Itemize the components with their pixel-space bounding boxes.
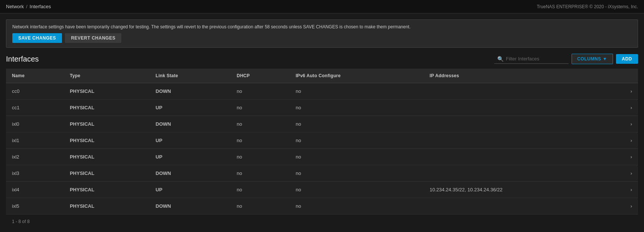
table-row: ixl3 PHYSICAL DOWN no no › [6, 165, 638, 182]
top-bar: Network / Interfaces TrueNAS ENTERPRISE®… [0, 0, 644, 13]
cell-dhcp: no [231, 116, 290, 132]
alert-banner: Network interface settings have been tem… [6, 19, 638, 48]
col-link-state: Link State [150, 69, 231, 83]
interfaces-table: Name Type Link State DHCP IPv6 Auto Conf… [6, 69, 638, 214]
cell-link-state: DOWN [150, 165, 231, 182]
cell-name: ixl2 [6, 149, 64, 165]
cell-ip-addresses [424, 83, 623, 100]
cell-name: ixl0 [6, 116, 64, 132]
table-row: cc1 PHYSICAL UP no no › [6, 100, 638, 116]
table-row: ixl5 PHYSICAL DOWN no no › [6, 198, 638, 214]
table-controls: 🔍 COLUMNS ▼ ADD [494, 54, 638, 64]
cell-dhcp: no [231, 198, 290, 214]
row-expand-button[interactable]: › [623, 83, 638, 100]
cell-link-state: UP [150, 149, 231, 165]
cell-ipv6-auto: no [290, 100, 424, 116]
chevron-right-icon: › [631, 88, 632, 94]
cell-link-state: UP [150, 100, 231, 116]
col-type: Type [64, 69, 150, 83]
col-ip-addresses: IP Addresses [424, 69, 623, 83]
cell-dhcp: no [231, 165, 290, 182]
search-icon: 🔍 [497, 56, 504, 62]
main-content: Interfaces 🔍 COLUMNS ▼ ADD Name Type Lin… [0, 48, 644, 232]
chevron-down-icon: ▼ [603, 56, 607, 62]
cell-type: PHYSICAL [64, 198, 150, 214]
cell-name: ixl5 [6, 198, 64, 214]
chevron-right-icon: › [631, 203, 632, 209]
col-name: Name [6, 69, 64, 83]
cell-dhcp: no [231, 83, 290, 100]
table-row: ixl2 PHYSICAL UP no no › [6, 149, 638, 165]
cell-ip-addresses: 10.234.24.35/22, 10.234.24.36/22 [424, 182, 623, 198]
table-header-row: Interfaces 🔍 COLUMNS ▼ ADD [6, 54, 638, 64]
row-expand-button[interactable]: › [623, 116, 638, 132]
row-expand-button[interactable]: › [623, 198, 638, 214]
row-expand-button[interactable]: › [623, 100, 638, 116]
cell-name: cc1 [6, 100, 64, 116]
columns-button[interactable]: COLUMNS ▼ [572, 54, 613, 64]
cell-link-state: DOWN [150, 83, 231, 100]
brand-text: TrueNAS ENTERPRISE® © 2020 - iXsystems, … [537, 4, 638, 9]
chevron-right-icon: › [631, 154, 632, 160]
chevron-right-icon: › [631, 138, 632, 143]
col-ipv6-auto: IPv6 Auto Configure [290, 69, 424, 83]
breadcrumb: Network / Interfaces [6, 4, 51, 9]
col-dhcp: DHCP [231, 69, 290, 83]
cell-type: PHYSICAL [64, 116, 150, 132]
breadcrumb-network[interactable]: Network [6, 4, 24, 9]
add-button[interactable]: ADD [616, 54, 638, 64]
breadcrumb-interfaces: Interfaces [29, 4, 51, 9]
chevron-right-icon: › [631, 105, 632, 110]
cell-ipv6-auto: no [290, 132, 424, 149]
table-row: ixl0 PHYSICAL DOWN no no › [6, 116, 638, 132]
cell-link-state: DOWN [150, 198, 231, 214]
cell-ip-addresses [424, 100, 623, 116]
row-expand-button[interactable]: › [623, 165, 638, 182]
cell-ipv6-auto: no [290, 149, 424, 165]
cell-type: PHYSICAL [64, 149, 150, 165]
cell-ip-addresses [424, 149, 623, 165]
cell-name: cc0 [6, 83, 64, 100]
cell-type: PHYSICAL [64, 132, 150, 149]
cell-dhcp: no [231, 149, 290, 165]
col-actions [623, 69, 638, 83]
cell-name: ixl4 [6, 182, 64, 198]
cell-dhcp: no [231, 132, 290, 149]
cell-ip-addresses [424, 116, 623, 132]
chevron-right-icon: › [631, 187, 632, 192]
cell-type: PHYSICAL [64, 100, 150, 116]
alert-actions: SAVE CHANGES REVERT CHANGES [12, 33, 632, 43]
cell-ip-addresses [424, 132, 623, 149]
table-header: Name Type Link State DHCP IPv6 Auto Conf… [6, 69, 638, 83]
table-row: ixl1 PHYSICAL UP no no › [6, 132, 638, 149]
row-expand-button[interactable]: › [623, 182, 638, 198]
cell-ipv6-auto: no [290, 165, 424, 182]
row-expand-button[interactable]: › [623, 149, 638, 165]
cell-name: ixl1 [6, 132, 64, 149]
page-title: Interfaces [6, 55, 39, 63]
table-footer: 1 - 8 of 8 [6, 214, 638, 229]
cell-link-state: DOWN [150, 116, 231, 132]
alert-message: Network interface settings have been tem… [12, 24, 632, 29]
chevron-right-icon: › [631, 121, 632, 127]
cell-type: PHYSICAL [64, 83, 150, 100]
save-changes-button[interactable]: SAVE CHANGES [12, 33, 62, 43]
cell-ip-addresses [424, 165, 623, 182]
columns-label: COLUMNS [577, 56, 601, 62]
table-row: cc0 PHYSICAL DOWN no no › [6, 83, 638, 100]
breadcrumb-separator: / [26, 4, 28, 9]
revert-changes-button[interactable]: REVERT CHANGES [65, 33, 121, 43]
table-row: ixl4 PHYSICAL UP no no 10.234.24.35/22, … [6, 182, 638, 198]
cell-ipv6-auto: no [290, 182, 424, 198]
cell-link-state: UP [150, 132, 231, 149]
cell-ipv6-auto: no [290, 116, 424, 132]
cell-link-state: UP [150, 182, 231, 198]
cell-dhcp: no [231, 100, 290, 116]
cell-dhcp: no [231, 182, 290, 198]
cell-name: ixl3 [6, 165, 64, 182]
cell-type: PHYSICAL [64, 182, 150, 198]
cell-ip-addresses [424, 198, 623, 214]
cell-type: PHYSICAL [64, 165, 150, 182]
search-input[interactable] [506, 56, 566, 62]
row-expand-button[interactable]: › [623, 132, 638, 149]
